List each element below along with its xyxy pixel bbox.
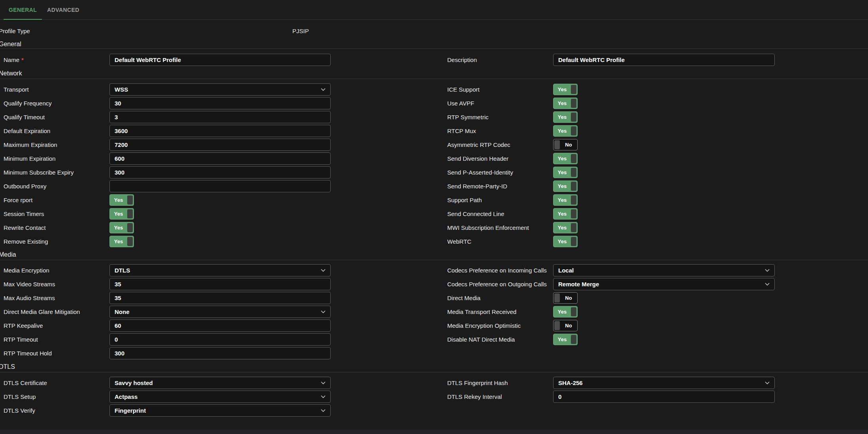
send-connected-line-toggle[interactable]: Yes — [553, 208, 578, 220]
max-video-streams-input[interactable] — [109, 278, 331, 290]
field-control-cell — [109, 152, 331, 165]
field-control-cell: Yes — [553, 179, 775, 193]
qualify-frequency-input[interactable] — [109, 97, 331, 109]
force-rport-toggle[interactable]: Yes — [109, 194, 134, 206]
toggle-handle — [571, 209, 576, 218]
rtp-symmetric-toggle[interactable]: Yes — [553, 111, 578, 123]
direct-media-glare-mitigation-select[interactable]: None — [109, 306, 331, 318]
rewrite-contact-toggle[interactable]: Yes — [109, 222, 134, 233]
media-encryption-optimistic-toggle[interactable]: No — [553, 320, 578, 331]
field-control-cell: Yes — [553, 221, 775, 235]
field-label-cell: WebRTC — [447, 235, 553, 248]
form-row: Default ExpirationRTCP MuxYes — [0, 124, 868, 138]
rtp-timeout-hold-label: RTP Timeout Hold — [4, 350, 52, 357]
field-label-cell: Send Remote-Party-ID — [447, 179, 553, 193]
section-heading-media: Media — [0, 251, 16, 258]
field-label-cell: Direct Media Glare Mitigation — [0, 305, 109, 319]
codecs-preference-on-incoming-calls-selected-value: Local — [558, 267, 574, 274]
default-expiration-input[interactable] — [109, 125, 331, 137]
transport-selected-value: WSS — [115, 86, 128, 93]
codecs-preference-on-outgoing-calls-selected-value: Remote Merge — [558, 281, 599, 287]
maximum-expiration-label: Maximum Expiration — [4, 141, 57, 148]
dtls-verify-select[interactable]: Fingerprint — [109, 404, 331, 417]
use-avpf-toggle[interactable]: Yes — [553, 98, 578, 109]
disable-nat-direct-media-toggle[interactable]: Yes — [553, 334, 578, 345]
rtp-timeout-hold-input[interactable] — [109, 347, 331, 359]
max-video-streams-label: Max Video Streams — [4, 281, 55, 287]
send-connected-line-label: Send Connected Line — [447, 210, 504, 217]
field-control-cell — [553, 53, 775, 67]
rtp-symmetric-label: RTP Symmetric — [447, 114, 488, 120]
session-timers-toggle-state: Yes — [110, 209, 127, 219]
send-remote-party-id-toggle[interactable]: Yes — [553, 180, 578, 192]
rtcp-mux-toggle[interactable]: Yes — [553, 125, 578, 137]
qualify-frequency-label: Qualify Frequency — [4, 100, 52, 107]
name-input[interactable] — [109, 54, 331, 66]
dtls-certificate-select[interactable]: Savvy hosted — [109, 377, 331, 389]
tab-advanced[interactable]: ADVANCED — [42, 0, 85, 19]
session-timers-toggle[interactable]: Yes — [109, 208, 134, 220]
asymmetric-rtp-codec-toggle[interactable]: No — [553, 139, 578, 150]
webrtc-toggle[interactable]: Yes — [553, 236, 578, 247]
rewrite-contact-toggle-state: Yes — [110, 222, 127, 233]
rewrite-contact-label: Rewrite Contact — [4, 224, 46, 231]
outbound-proxy-input[interactable] — [109, 180, 331, 192]
toggle-handle — [127, 195, 133, 205]
disable-nat-direct-media-toggle-state: Yes — [554, 334, 571, 345]
field-control-cell — [109, 124, 331, 138]
dtls-fingerprint-hash-select[interactable]: SHA-256 — [553, 377, 775, 389]
chevron-down-icon — [321, 310, 326, 314]
dtls-setup-select[interactable]: Actpass — [109, 391, 331, 403]
field-control-cell — [109, 291, 331, 305]
name-label: Name — [4, 56, 19, 63]
max-audio-streams-input[interactable] — [109, 292, 331, 304]
mwi-subscription-enforcement-toggle[interactable]: Yes — [553, 222, 578, 233]
maximum-expiration-input[interactable] — [109, 139, 331, 151]
minimum-expiration-input[interactable] — [109, 152, 331, 165]
tab-general[interactable]: GENERAL — [4, 0, 42, 19]
send-diversion-header-toggle[interactable]: Yes — [553, 153, 578, 164]
description-input[interactable] — [553, 54, 775, 66]
toggle-handle — [554, 293, 560, 302]
support-path-toggle[interactable]: Yes — [553, 194, 578, 206]
field-label-cell: MWI Subscription Enforcement — [447, 221, 553, 235]
dtls-certificate-label: DTLS Certificate — [4, 380, 47, 386]
form-row: RTP Timeout Hold — [0, 346, 868, 360]
dtls-setup-selected-value: Actpass — [115, 393, 137, 400]
profile-form: Profile Type PJSIP GeneralName*Descripti… — [0, 23, 868, 417]
field-label-cell: ICE Support — [447, 83, 553, 96]
section-rows: Media EncryptionDTLSCodecs Preference on… — [0, 263, 868, 360]
qualify-timeout-input[interactable] — [109, 111, 331, 123]
form-row: Qualify FrequencyUse AVPFYes — [0, 96, 868, 110]
field-label-cell: Support Path — [447, 193, 553, 207]
dtls-rekey-interval-input[interactable] — [553, 391, 775, 403]
transport-select[interactable]: WSS — [109, 83, 331, 96]
field-label-cell: Name* — [0, 53, 109, 67]
form-row: Media EncryptionDTLSCodecs Preference on… — [0, 263, 868, 277]
remove-existing-toggle[interactable]: Yes — [109, 236, 134, 247]
field-control-cell: Yes — [553, 124, 775, 138]
ice-support-toggle[interactable]: Yes — [553, 84, 578, 95]
toggle-handle — [127, 209, 133, 218]
codecs-preference-on-outgoing-calls-select[interactable]: Remote Merge — [553, 278, 775, 290]
direct-media-toggle[interactable]: No — [553, 292, 578, 304]
media-encryption-select[interactable]: DTLS — [109, 264, 331, 276]
form-row: Max Audio StreamsDirect MediaNo — [0, 291, 868, 305]
media-encryption-optimistic-label: Media Encryption Optimistic — [447, 322, 521, 329]
chevron-down-icon — [321, 88, 326, 91]
rtp-timeout-input[interactable] — [109, 333, 331, 346]
dtls-verify-label: DTLS Verify — [4, 407, 35, 414]
send-p-asserted-identity-toggle[interactable]: Yes — [553, 167, 578, 178]
field-control-cell: Yes — [553, 96, 775, 110]
pjsip-profile-page: GENERAL ADVANCED Profile Type PJSIP Gene… — [0, 0, 868, 434]
media-transport-received-toggle[interactable]: Yes — [553, 306, 578, 318]
codecs-preference-on-incoming-calls-select[interactable]: Local — [553, 264, 775, 276]
media-encryption-selected-value: DTLS — [115, 267, 130, 274]
profile-type-row: Profile Type PJSIP — [0, 23, 868, 39]
dtls-setup-label: DTLS Setup — [4, 393, 36, 400]
field-label-cell: Send P-Asserted-Identity — [447, 165, 553, 179]
rtp-keepalive-input[interactable] — [109, 319, 331, 332]
send-connected-line-toggle-state: Yes — [554, 209, 571, 219]
minimum-subscribe-expiry-input[interactable] — [109, 166, 331, 178]
profile-type-value: PJSIP — [292, 28, 309, 34]
